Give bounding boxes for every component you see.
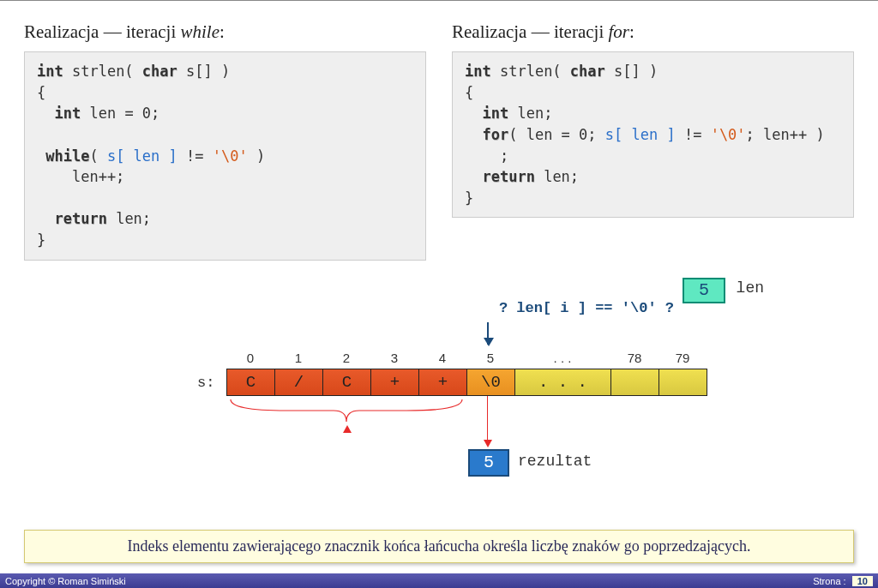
footer-bar: Copyright © Roman Simiński Strona : 10 — [0, 573, 878, 588]
heading-while: Realizacja — iteracji while: — [24, 21, 426, 43]
note-box: Indeks elementu zawierającego znacznik k… — [24, 530, 854, 563]
heading-for: Realizacja — iteracji for: — [452, 21, 854, 43]
len-label: len — [737, 279, 764, 297]
result-value-box: 5 — [468, 449, 509, 477]
arrow-result-icon — [487, 396, 488, 446]
array-label: s: — [197, 375, 214, 391]
arrow-up-icon — [343, 425, 352, 433]
index-row: 0 1 2 3 4 5 . . . 78 79 — [226, 351, 707, 365]
condition-text: ? len[ i ] == '\0' ? — [499, 300, 674, 316]
code-while: int strlen( char s[] ) { int len = 0; wh… — [24, 51, 426, 261]
array-cells: C / C + + \0 . . . — [226, 369, 707, 396]
arrow-down-icon — [487, 322, 489, 345]
len-value-box: 5 — [683, 278, 725, 303]
result-label: rezultat — [518, 453, 592, 470]
copyright-text: Copyright © Roman Simiński — [5, 576, 126, 586]
code-for: int strlen( char s[] ) { int len; for( l… — [452, 51, 854, 218]
memory-diagram: 5 len ? len[ i ] == '\0' ? 0 1 2 3 4 5 .… — [24, 278, 854, 501]
brace-icon — [226, 398, 466, 423]
page-indicator: Strona : 10 — [813, 576, 873, 586]
